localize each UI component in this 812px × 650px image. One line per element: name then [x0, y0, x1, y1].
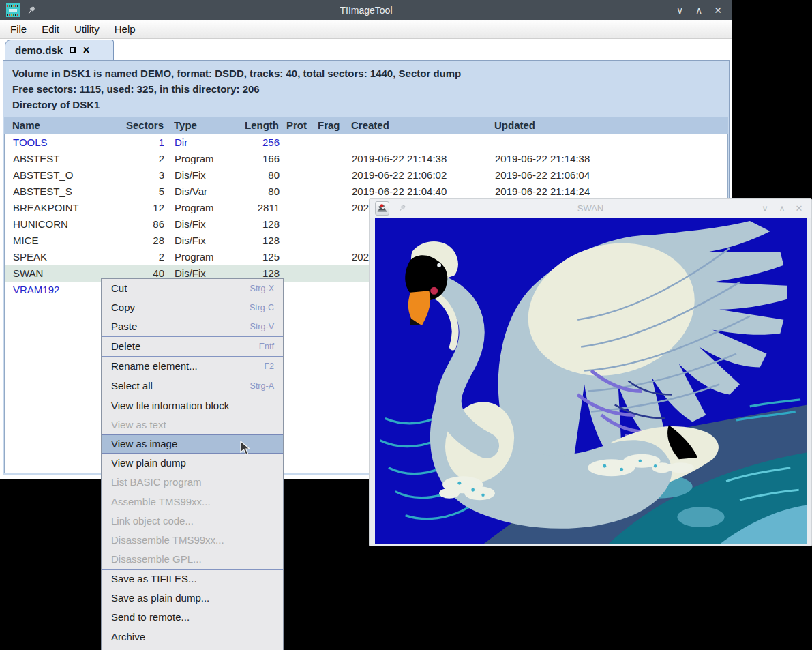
cell-sectors: 12 [102, 200, 164, 216]
column-header-name[interactable]: Name [12, 117, 101, 134]
cell-sectors: 28 [102, 233, 164, 249]
cell-length: 125 [235, 249, 280, 265]
context-menu-group: CutStrg-XCopyStrg-CPasteStrg-V [102, 279, 283, 336]
menu-item-link-object-code: Link object code... [102, 512, 283, 531]
menu-item-save-as-plain-dump[interactable]: Save as plain dump... [102, 589, 283, 608]
close-button[interactable]: ✕ [794, 203, 805, 213]
menu-file[interactable]: File [3, 20, 34, 38]
tab-demo-dsk[interactable]: demo.dsk ✕ [5, 40, 114, 60]
menu-item-label: Copy [111, 301, 135, 313]
table-row-abstest[interactable]: ABSTEST 2 Program 166 2019-06-22 21:14:3… [5, 151, 727, 167]
cell-created: 2019-06-22 21:14:38 [352, 151, 491, 167]
pin-icon[interactable] [397, 204, 406, 213]
menu-item-archive[interactable]: Archive [102, 627, 283, 647]
menu-item-label: Link object code... [111, 515, 194, 527]
menu-item-label: View plain dump [111, 457, 186, 469]
maximize-button[interactable]: ∧ [777, 203, 787, 213]
cell-frag [318, 282, 348, 298]
cell-length: 2811 [235, 200, 280, 216]
menu-item-cut[interactable]: CutStrg-X [102, 279, 283, 298]
cell-prot [287, 134, 314, 151]
menu-item-select-all[interactable]: Select allStrg-A [102, 376, 283, 396]
cell-length: 128 [235, 216, 280, 233]
tab-detach-icon[interactable] [70, 46, 76, 55]
close-button[interactable]: ✕ [712, 5, 724, 16]
menu-help[interactable]: Help [107, 20, 143, 38]
window-title: SWAN [370, 203, 811, 213]
menu-item-disassemble-gpl: Disassemble GPL... [102, 550, 283, 569]
menubar: FileEditUtilityHelp [0, 20, 732, 39]
menu-item-delete[interactable]: DeleteEntf [102, 337, 283, 356]
cell-length: 80 [235, 183, 280, 200]
menu-item-save-as-tifiles[interactable]: Save as TIFILES... [102, 570, 283, 589]
context-menu-group: Rename element...F2 [102, 356, 283, 376]
menu-item-paste[interactable]: PasteStrg-V [102, 317, 283, 336]
volume-info: Volume in DSK1 is named DEMO, format: DS… [3, 61, 729, 113]
cell-prot [287, 249, 314, 265]
table-header: NameSectorsTypeLengthProtFragCreatedUpda… [4, 117, 728, 134]
menu-item-label: View as image [111, 438, 177, 449]
column-header-length[interactable]: Length [234, 117, 279, 134]
menu-item-view-plain-dump[interactable]: View plain dump [102, 454, 283, 473]
menu-item-shortcut: F2 [264, 357, 274, 376]
cell-length: 80 [235, 167, 280, 183]
cell-name: ABSTEST_S [13, 183, 102, 200]
table-row-tools[interactable]: TOOLS 1 Dir 256 [5, 134, 727, 151]
column-header-created[interactable]: Created [351, 117, 490, 134]
minimize-button[interactable]: ∨ [760, 203, 770, 213]
cell-updated: 2019-06-22 21:14:38 [495, 151, 645, 167]
cell-name: TOOLS [13, 134, 102, 151]
cell-updated: 2019-06-22 21:06:04 [495, 167, 645, 183]
menu-item-label: Disassemble TMS99xx... [111, 534, 224, 546]
cell-frag [318, 249, 348, 265]
tab-label: demo.dsk [15, 44, 63, 56]
context-menu: CutStrg-XCopyStrg-CPasteStrg-VDeleteEntf… [101, 278, 284, 650]
cell-created: 2019-06-22 21:04:40 [352, 183, 491, 200]
menu-item-label: View as text [111, 419, 166, 430]
column-header-type[interactable]: Type [174, 117, 234, 134]
menu-edit[interactable]: Edit [34, 20, 67, 38]
menu-item-rename-element[interactable]: Rename element...F2 [102, 357, 283, 376]
menu-item-copy[interactable]: CopyStrg-C [102, 298, 283, 317]
tab-strip: demo.dsk ✕ [0, 39, 732, 60]
cell-updated [495, 134, 645, 151]
cell-prot [287, 233, 314, 249]
cell-sectors: 3 [102, 167, 164, 183]
menu-item-assemble-tms99xx: Assemble TMS99xx... [102, 492, 283, 512]
table-row-abstest-o[interactable]: ABSTEST_O 3 Dis/Fix 80 2019-06-22 21:06:… [5, 167, 727, 183]
window-title: TIImageTool [0, 5, 732, 16]
table-row-abstest-s[interactable]: ABSTEST_S 5 Dis/Var 80 2019-06-22 21:04:… [5, 183, 727, 200]
cell-name: MICE [13, 233, 102, 249]
volume-info-line3: Directory of DSK1 [12, 97, 729, 113]
cell-updated: 2019-06-22 21:14:24 [495, 183, 645, 200]
menu-item-send-to-remote[interactable]: Send to remote... [102, 608, 283, 627]
context-menu-group: Archive [102, 627, 283, 647]
cell-type: Dis/Fix [175, 216, 235, 233]
column-header-sectors[interactable]: Sectors [101, 117, 164, 134]
menu-item-view-file-information-block[interactable]: View file information block [102, 396, 283, 415]
column-header-updated[interactable]: Updated [494, 117, 644, 134]
cell-name: SPEAK [13, 249, 102, 265]
cell-prot [287, 265, 314, 282]
cell-prot [287, 167, 314, 183]
column-header-frag[interactable]: Frag [318, 117, 348, 134]
cell-frag [318, 216, 348, 233]
cell-frag [318, 265, 348, 282]
cell-name: SWAN [13, 265, 102, 282]
cell-name: ABSTEST [13, 151, 102, 167]
cell-frag [318, 151, 348, 167]
tab-close-icon[interactable]: ✕ [82, 47, 90, 53]
main-titlebar: TIImageTool ∨ ∧ ✕ [0, 0, 732, 20]
pin-icon[interactable] [27, 5, 36, 15]
minimize-button[interactable]: ∨ [674, 5, 686, 16]
cell-sectors: 86 [102, 216, 164, 233]
cell-sectors: 2 [102, 151, 164, 167]
swan-image [375, 218, 807, 544]
context-menu-group: Save as TIFILES...Save as plain dump...S… [102, 569, 283, 627]
menu-utility[interactable]: Utility [67, 20, 107, 38]
menu-item-view-as-image[interactable]: View as image [102, 434, 283, 454]
column-header-prot[interactable]: Prot [286, 117, 314, 134]
maximize-button[interactable]: ∧ [693, 5, 705, 16]
menu-item-list-basic-program: List BASIC program [102, 473, 283, 492]
menu-item-view-as-text: View as text [102, 415, 283, 434]
